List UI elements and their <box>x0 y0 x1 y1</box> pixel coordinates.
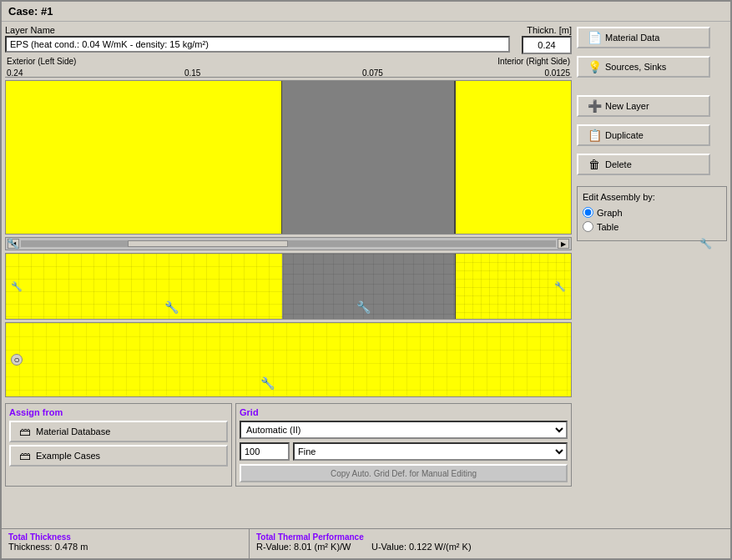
duplicate-label: Duplicate <box>605 130 644 140</box>
footer-thickness-title: Total Thickness <box>8 532 242 542</box>
grid-number-input[interactable] <box>240 442 290 461</box>
left-panel: Layer Name Thickn. [m] Exterior (Left Si… <box>5 25 572 525</box>
duplicate-button[interactable]: 📋 Duplicate <box>577 124 710 146</box>
assign-title: Assign from <box>9 407 228 417</box>
exterior-label: Exterior (Left Side) <box>7 57 76 66</box>
layer-name-label: Layer Name <box>5 25 510 35</box>
footer-performance-title: Total Thermal Performance <box>256 532 724 542</box>
title-bar: Case: #1 <box>2 2 730 22</box>
grid-mode-dropdown[interactable]: Automatic (I) Automatic (II) Manual <box>240 421 568 439</box>
footer-performance: Total Thermal Performance R-Value: 8.01 … <box>250 529 730 558</box>
grid-title: Grid <box>240 407 568 417</box>
scroll-track[interactable] <box>21 240 556 247</box>
svg-rect-0 <box>6 254 283 319</box>
main-window: Case: #1 Layer Name Thickn. [m] Exterior… <box>0 0 732 560</box>
material-data-label: Material Data <box>605 33 659 43</box>
layer-grey-mid <box>281 81 455 234</box>
material-data-icon: 📄 <box>587 30 602 45</box>
scroll-icon-left: 🔧 <box>7 238 19 250</box>
layer-name-input[interactable] <box>5 36 510 53</box>
window-title: Case: #1 <box>8 5 53 18</box>
edit-assembly-title: Edit Assembly by: <box>583 192 721 202</box>
material-data-button[interactable]: 📄 Material Data <box>577 27 710 48</box>
example-cases-button[interactable]: 🗃 Example Cases <box>9 445 228 467</box>
assign-grid-section: Assign from 🗃 Material Database 🗃 Exampl… <box>5 403 572 487</box>
sources-sinks-label: Sources, Sinks <box>605 62 666 72</box>
grid-resolution-select[interactable]: Coarse Medium Fine <box>293 442 568 461</box>
new-layer-button[interactable]: ➕ New Layer <box>577 95 710 117</box>
layer-visual <box>5 80 572 235</box>
delete-label: Delete <box>605 159 632 169</box>
duplicate-icon: 📋 <box>587 128 602 143</box>
grid-hatch-view[interactable]: 🔧 <box>5 253 572 320</box>
side-labels: Exterior (Left Side) Interior (Right Sid… <box>5 57 572 66</box>
footer-thickness: Total Thickness Thickness: 0.478 m <box>2 529 250 558</box>
assign-section: Assign from 🗃 Material Database 🗃 Exampl… <box>5 403 232 487</box>
table-radio-label: Table <box>597 222 618 232</box>
grid-handle-2[interactable]: 🔧 <box>356 300 371 314</box>
grid-left-handle[interactable]: 🔧 <box>11 281 23 292</box>
layer-yellow-right <box>455 81 571 234</box>
example-cases-label: Example Cases <box>36 451 100 461</box>
u-value-text: U-Value: 0.122 W/(m² K) <box>371 542 472 552</box>
ruler: 0.24 0.15 0.075 0.0125 <box>5 68 572 78</box>
sources-sinks-icon: 💡 <box>587 59 602 74</box>
delete-icon: 🗑 <box>587 157 602 172</box>
scroll-icon-right: 🔧 <box>699 238 712 250</box>
ruler-val-4: 0.0125 <box>544 68 570 78</box>
material-db-label: Material Database <box>36 426 110 436</box>
grid-bottom-handle[interactable]: 🔧 <box>260 376 275 390</box>
copy-grid-label: Copy Auto. Grid Def. for Manual Editing <box>331 469 477 478</box>
grid-row-2: ○ 🔧 <box>5 322 572 397</box>
sources-sinks-button[interactable]: 💡 Sources, Sinks <box>577 56 710 78</box>
right-panel: 📄 Material Data 💡 Sources, Sinks ➕ New L… <box>577 25 727 525</box>
material-database-button[interactable]: 🗃 Material Database <box>9 421 228 442</box>
layer-yellow-left <box>6 81 281 234</box>
new-layer-label: New Layer <box>605 101 649 111</box>
scroll-thumb <box>128 240 288 247</box>
svg-rect-3 <box>6 323 571 396</box>
graph-radio-label: Graph <box>597 208 623 218</box>
circle-handle[interactable]: ○ <box>11 354 23 366</box>
thickness-label: Thickn. [m] <box>527 25 572 35</box>
interior-label: Interior (Right Side) <box>497 57 570 66</box>
horizontal-scrollbar[interactable]: ◀ ▶ 🔧 🔧 <box>5 237 572 250</box>
grid-section: Grid Automatic (I) Automatic (II) Manual… <box>235 403 572 487</box>
thickness-input[interactable] <box>522 36 572 54</box>
graph-radio[interactable] <box>583 207 593 218</box>
grid-yellow-left <box>6 254 283 319</box>
radio-graph[interactable]: Graph <box>583 207 721 218</box>
scroll-right-btn[interactable]: ▶ <box>558 239 569 249</box>
delete-button[interactable]: 🗑 Delete <box>577 154 710 175</box>
r-value-text: R-Value: 8.01 (m² K)/W <box>256 542 351 552</box>
grid-handle-1[interactable]: 🔧 <box>164 300 179 314</box>
edit-assembly-box: Edit Assembly by: Graph Table <box>577 186 727 241</box>
grid-inputs: Coarse Medium Fine <box>240 442 568 461</box>
example-cases-icon: 🗃 <box>18 448 33 463</box>
footer-thickness-value: Thickness: 0.478 m <box>8 542 242 552</box>
footer: Total Thickness Thickness: 0.478 m Total… <box>2 528 730 558</box>
table-radio[interactable] <box>583 221 593 232</box>
material-db-icon: 🗃 <box>18 424 33 439</box>
grid-full-yellow <box>6 323 571 396</box>
copy-grid-button[interactable]: Copy Auto. Grid Def. for Manual Editing <box>240 464 568 482</box>
grid-right-handle[interactable]: 🔧 <box>554 281 566 292</box>
ruler-val-2: 0.15 <box>184 68 200 78</box>
ruler-val-1: 0.24 <box>7 68 23 78</box>
new-layer-icon: ➕ <box>587 98 602 114</box>
footer-r-value: R-Value: 8.01 (m² K)/W U-Value: 0.122 W/… <box>256 542 724 552</box>
radio-table[interactable]: Table <box>583 221 721 232</box>
ruler-val-3: 0.075 <box>362 68 383 78</box>
